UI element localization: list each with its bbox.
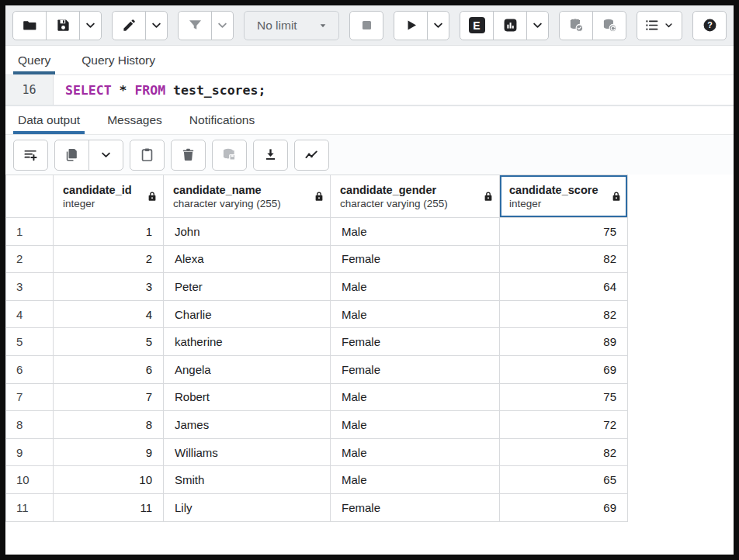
cell-candidate_score[interactable]: 69 [500,355,628,383]
cell-candidate_id[interactable]: 7 [54,383,164,411]
cell-candidate_gender[interactable]: Male [331,383,500,411]
cell-candidate_gender[interactable]: Male [331,218,500,246]
cell-candidate_name[interactable]: katherine [164,328,331,356]
cell-candidate_gender[interactable]: Female [331,355,500,383]
row-number[interactable]: 11 [6,493,54,521]
row-number[interactable]: 10 [6,466,54,494]
column-header-candidate_id[interactable]: candidate_idinteger [54,175,164,218]
cell-candidate_name[interactable]: Smith [164,466,331,494]
cell-candidate_name[interactable]: Robert [164,383,331,411]
cell-candidate_gender[interactable]: Male [331,300,500,328]
cell-candidate_name[interactable]: Lily [164,493,331,521]
explain-analyze-button[interactable] [493,11,527,40]
row-number[interactable]: 2 [6,245,54,273]
cell-candidate_score[interactable]: 64 [500,273,628,301]
save-button[interactable] [46,11,80,40]
cell-candidate_id[interactable]: 3 [54,273,164,301]
download-csv-button[interactable] [253,140,288,171]
cell-candidate_id[interactable]: 8 [54,411,164,439]
cell-candidate_gender[interactable]: Male [331,411,500,439]
cell-candidate_gender[interactable]: Male [331,273,500,301]
explain-letter-icon: E [469,17,485,33]
cell-candidate_name[interactable]: James [164,411,331,439]
execute-button[interactable] [394,11,428,40]
cell-candidate_gender[interactable]: Female [331,245,500,273]
row-number[interactable]: 3 [6,273,54,301]
column-header-candidate_score[interactable]: candidate_scoreinteger [500,175,628,218]
explain-dropdown-button[interactable] [526,11,549,40]
cell-candidate_name[interactable]: John [164,218,331,246]
cell-candidate_score[interactable]: 65 [500,466,628,494]
copy-dropdown-button[interactable] [88,140,123,171]
row-number[interactable]: 9 [6,438,54,466]
cell-candidate_score[interactable]: 75 [500,218,628,246]
cell-candidate_id[interactable]: 11 [54,493,164,521]
row-limit-value: No limit [257,19,297,33]
filter-button[interactable] [178,11,212,40]
save-data-changes-button[interactable] [212,140,247,171]
macros-button[interactable] [637,11,682,40]
graph-visualiser-button[interactable] [294,140,329,171]
cell-candidate_score[interactable]: 72 [500,411,628,439]
cell-candidate_gender[interactable]: Female [331,493,500,521]
column-header-candidate_gender[interactable]: candidate_gendercharacter varying (255) [331,175,500,218]
execute-dropdown-button[interactable] [427,11,449,40]
cell-candidate_id[interactable]: 10 [54,466,164,494]
row-number[interactable]: 5 [6,328,54,356]
row-number[interactable]: 8 [6,411,54,439]
sql-table-name: test_scores; [173,83,265,98]
tab-query-history[interactable]: Query History [78,46,158,74]
cell-candidate_score[interactable]: 82 [500,245,628,273]
cell-candidate_gender[interactable]: Male [331,466,500,494]
commit-button[interactable] [559,11,593,40]
cell-candidate_id[interactable]: 2 [54,245,164,273]
results-grid-area: candidate_idintegercandidate_namecharact… [5,175,734,555]
table-row: 66AngelaFemale69 [6,355,628,383]
cell-candidate_id[interactable]: 6 [54,355,164,383]
cell-candidate_gender[interactable]: Male [331,438,500,466]
edit-button[interactable] [112,11,146,40]
open-file-button[interactable] [12,11,47,40]
cell-candidate_name[interactable]: Alexa [164,245,331,273]
sql-code-line[interactable]: SELECT * FROM test_scores; [54,75,734,105]
tab-query[interactable]: Query [15,46,54,74]
row-number[interactable]: 4 [6,300,54,328]
row-limit-select[interactable]: No limit [244,11,339,40]
rollback-button[interactable] [592,11,626,40]
help-button[interactable]: ? [692,11,727,40]
edit-dropdown-button[interactable] [145,11,168,40]
tab-data-output[interactable]: Data output [15,106,83,134]
save-dropdown-button[interactable] [79,11,102,40]
row-number[interactable]: 1 [6,218,54,246]
tab-notifications[interactable]: Notifications [186,106,258,134]
folder-icon [23,18,37,33]
column-header-candidate_name[interactable]: candidate_namecharacter varying (255) [164,175,331,218]
explain-button[interactable]: E [460,11,494,40]
cell-candidate_id[interactable]: 1 [54,218,164,246]
save-icon [56,18,71,33]
cell-candidate_name[interactable]: Charlie [164,300,331,328]
cell-candidate_gender[interactable]: Female [331,328,500,356]
cell-candidate_score[interactable]: 82 [500,438,628,466]
cell-candidate_name[interactable]: Angela [164,355,331,383]
cell-candidate_id[interactable]: 5 [54,328,164,356]
cell-candidate_score[interactable]: 89 [500,328,628,356]
cell-candidate_score[interactable]: 69 [500,493,628,521]
filter-dropdown-button[interactable] [211,11,234,40]
tab-messages[interactable]: Messages [104,106,165,134]
select-all-corner[interactable] [6,175,54,218]
paste-button[interactable] [130,140,165,171]
copy-button[interactable] [54,140,89,171]
delete-row-button[interactable] [171,140,206,171]
row-number[interactable]: 7 [6,383,54,411]
row-number[interactable]: 6 [6,355,54,383]
tab-data-output-label: Data output [18,113,80,127]
add-row-button[interactable] [13,140,48,171]
cell-candidate_id[interactable]: 4 [54,300,164,328]
cell-candidate_score[interactable]: 75 [500,383,628,411]
cell-candidate_name[interactable]: Peter [164,273,331,301]
cell-candidate_score[interactable]: 82 [500,300,628,328]
stop-button[interactable] [349,11,383,40]
cell-candidate_name[interactable]: Williams [164,438,331,466]
cell-candidate_id[interactable]: 9 [54,438,164,466]
